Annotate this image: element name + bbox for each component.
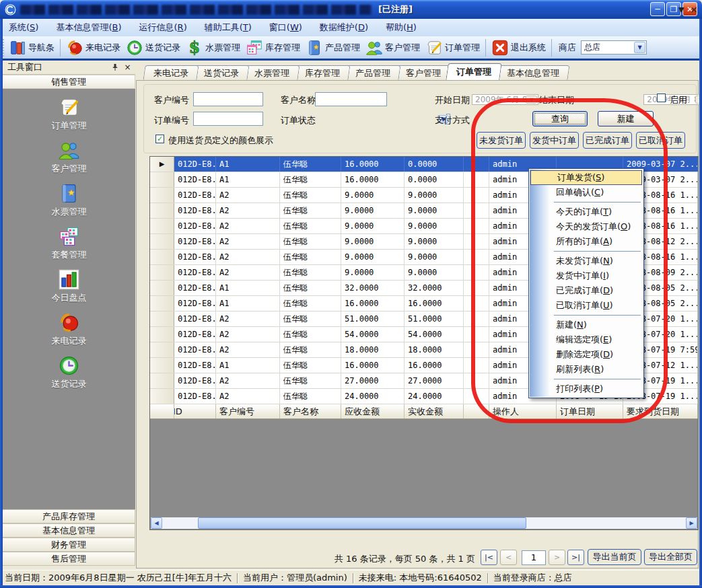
menu-item-今天的发货订单(O)[interactable]: 今天的发货订单(O) <box>530 219 643 234</box>
next-page-button[interactable]: > <box>549 550 565 565</box>
sidebar-item-客户管理[interactable]: 客户管理 <box>29 139 110 175</box>
menu-item[interactable]: 系统(S) <box>0 19 47 36</box>
sidebar-item-来电记录[interactable]: 来电记录 <box>29 311 110 347</box>
tab-list-dropdown-icon[interactable]: ▼ <box>678 5 684 14</box>
row-selector-cell[interactable] <box>150 203 174 218</box>
first-page-button[interactable]: |< <box>481 550 497 565</box>
customer-no-input[interactable] <box>193 92 263 106</box>
enable-checkbox[interactable] <box>657 94 666 102</box>
tab-来电记录[interactable]: 来电记录 <box>143 65 199 80</box>
sidebar-item-今日盘点[interactable]: 今日盘点 <box>29 268 110 304</box>
horizontal-scrollbar[interactable]: ◀ ▶ <box>151 517 697 529</box>
status-filter-button-未发货订单[interactable]: 未发货订单 <box>477 132 526 149</box>
minimize-button[interactable]: ─ <box>650 2 665 16</box>
toolbar-button-2[interactable]: 来电记录 <box>63 38 123 58</box>
export-all-pages-button[interactable]: 导出全部页 <box>644 549 697 565</box>
grid-column-header[interactable] <box>464 404 489 418</box>
menu-item-回单确认(C)[interactable]: 回单确认(C) <box>530 185 643 200</box>
toolbar-button-5[interactable]: 库存管理 <box>243 38 303 58</box>
row-selector-cell[interactable] <box>150 311 174 326</box>
sidebar-group-售后管理[interactable]: 售后管理 <box>3 552 135 566</box>
grid-column-header[interactable]: ID <box>174 404 216 418</box>
grid-column-header[interactable]: 客户编号 <box>216 404 280 418</box>
menu-item-删除选定项(D)[interactable]: 删除选定项(D) <box>530 347 643 362</box>
menu-item-已完成订单(D)[interactable]: 已完成订单(D) <box>530 283 643 298</box>
row-selector-cell[interactable] <box>150 172 174 187</box>
row-selector-cell[interactable] <box>150 234 174 249</box>
menu-item-刷新列表(R)[interactable]: 刷新列表(R) <box>530 362 643 377</box>
status-filter-button-已完成订单[interactable]: 已完成订单 <box>583 132 632 149</box>
toolbar-button-3[interactable]: 送货记录 <box>123 38 183 58</box>
last-page-button[interactable]: >| <box>567 550 584 565</box>
menu-item-新建(N)[interactable]: 新建(N) <box>530 318 643 332</box>
row-selector-cell[interactable] <box>150 188 174 203</box>
row-selector-cell[interactable] <box>150 327 174 342</box>
row-selector-cell[interactable] <box>150 373 174 388</box>
grid-column-header[interactable]: 应收金额 <box>341 404 405 418</box>
tab-客户管理[interactable]: 客户管理 <box>395 65 451 80</box>
sidebar-group-财务管理[interactable]: 财务管理 <box>3 538 135 552</box>
menu-item-今天的订单(T)[interactable]: 今天的订单(T) <box>530 205 643 219</box>
toolbar-button-1[interactable]: 导航条 <box>6 38 57 58</box>
menu-item-已取消订单(U)[interactable]: 已取消订单(U) <box>530 298 643 313</box>
menu-item[interactable]: 数据维护(D) <box>311 19 377 36</box>
grid-column-header[interactable]: 订单日期 <box>557 404 623 418</box>
grid-column-header[interactable]: 客户名称 <box>280 404 341 418</box>
tool-window-close-icon[interactable]: × <box>122 63 133 73</box>
tab-库存管理[interactable]: 库存管理 <box>294 65 350 80</box>
menu-item-订单发货(S)[interactable]: 订单发货(S) <box>530 170 642 185</box>
menu-item-编辑选定项(E)[interactable]: 编辑选定项(E) <box>530 332 643 347</box>
menu-item-所有的订单(A)[interactable]: 所有的订单(A) <box>530 234 643 249</box>
tab-订单管理[interactable]: 订单管理 <box>446 63 502 80</box>
scroll-left-icon[interactable]: ◀ <box>151 517 162 529</box>
sidebar-group-sales[interactable]: 销售管理 <box>3 75 135 89</box>
menu-item-发货中订单(I)[interactable]: 发货中订单(I) <box>530 268 643 283</box>
menu-item[interactable]: 运行信息(R) <box>131 19 196 36</box>
sidebar-group-产品库存管理[interactable]: 产品库存管理 <box>3 509 135 523</box>
new-button[interactable]: 新建 <box>598 111 654 126</box>
row-selector-cell[interactable] <box>150 296 174 311</box>
sidebar-group-基本信息管理[interactable]: 基本信息管理 <box>3 523 135 538</box>
menu-item-未发货订单(N)[interactable]: 未发货订单(N) <box>530 254 643 268</box>
export-current-page-button[interactable]: 导出当前页 <box>588 549 641 565</box>
tab-水票管理[interactable]: 水票管理 <box>244 65 300 80</box>
grid-column-header[interactable]: 操作人 <box>489 404 557 418</box>
color-display-checkbox[interactable]: ✓ <box>155 135 164 143</box>
tab-基本信息管理[interactable]: 基本信息管理 <box>496 65 569 80</box>
menu-item[interactable]: 基本信息管理(B) <box>47 19 130 36</box>
scrollbar-thumb[interactable] <box>198 517 526 529</box>
grid-column-header[interactable]: 实收金额 <box>405 404 464 418</box>
menu-item[interactable]: 辅助工具(T) <box>196 19 260 36</box>
toolbar-button-8[interactable]: 订单管理 <box>423 38 483 58</box>
grid-column-header[interactable] <box>150 404 174 418</box>
toolbar-button-7[interactable]: 客户管理 <box>363 38 423 58</box>
order-no-input[interactable] <box>193 112 263 126</box>
row-selector-cell[interactable] <box>150 265 174 280</box>
toolbar-button-9[interactable]: 退出系统 <box>489 38 549 58</box>
menu-item[interactable]: 帮助(H) <box>377 19 425 36</box>
pin-icon[interactable] <box>110 63 120 73</box>
customer-name-input[interactable] <box>315 92 387 106</box>
row-selector-cell[interactable]: ▶ <box>150 157 174 172</box>
row-selector-cell[interactable] <box>150 281 174 295</box>
start-date-picker[interactable]: 2009年 6月 8日▼ <box>472 94 538 105</box>
menu-item-打印列表(P)[interactable]: 打印列表(P) <box>530 381 643 396</box>
query-button[interactable]: 查询 <box>532 111 588 126</box>
toolbar-button-4[interactable]: $水票管理 <box>183 38 243 58</box>
row-selector-cell[interactable] <box>150 250 174 264</box>
status-filter-button-发货中订单[interactable]: 发货中订单 <box>530 132 579 149</box>
row-selector-cell[interactable] <box>150 342 174 357</box>
tab-产品管理[interactable]: 产品管理 <box>345 65 400 80</box>
sidebar-item-订单管理[interactable]: 订单管理 <box>29 96 110 132</box>
scroll-right-icon[interactable]: ▶ <box>686 517 697 529</box>
page-number-input[interactable]: 1 <box>522 550 546 565</box>
sidebar-item-水票管理[interactable]: 水票管理 <box>29 182 110 218</box>
toolbar-button-6[interactable]: 产品管理 <box>303 38 363 58</box>
status-filter-button-已取消订单[interactable]: 已取消订单 <box>636 132 685 149</box>
sidebar-item-送货记录[interactable]: 送货记录 <box>29 355 110 390</box>
prev-page-button[interactable]: < <box>500 550 517 565</box>
sidebar-item-套餐管理[interactable]: 套餐管理 <box>29 225 110 261</box>
shop-select[interactable]: 总店▼ <box>581 40 647 54</box>
tab-close-icon[interactable]: × <box>690 4 698 15</box>
menu-item[interactable]: 窗口(W) <box>260 19 311 36</box>
